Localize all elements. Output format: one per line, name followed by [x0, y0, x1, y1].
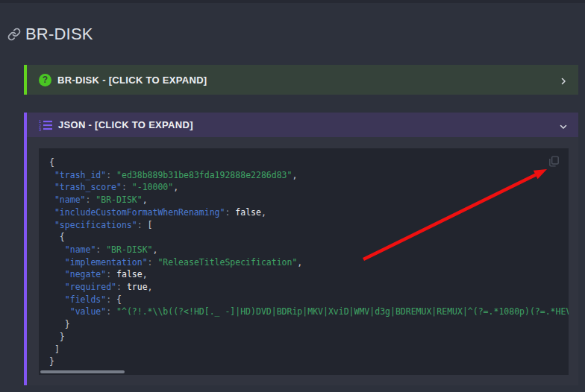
chevron-right-icon: [559, 75, 568, 84]
page-top-edge: [0, 0, 585, 3]
link-icon[interactable]: [7, 28, 21, 41]
chevron-down-icon: [559, 121, 568, 130]
question-admonition-header[interactable]: ? BR-DISK - [CLICK TO EXPAND]: [27, 65, 578, 95]
question-admonition-title: BR-DISK - [CLICK TO EXPAND]: [57, 75, 207, 86]
numbered-list-icon: 1 2 3: [39, 119, 52, 131]
question-mark-circle-icon: ?: [39, 74, 51, 86]
json-admonition: 1 2 3 JSON - [CLICK TO EXPAND] { "trash_…: [24, 113, 578, 385]
json-admonition-body: { "trash_id": "ed38b889b31be83fda192888e…: [27, 137, 578, 385]
copy-icon[interactable]: [548, 155, 560, 168]
json-code: { "trash_id": "ed38b889b31be83fda192888e…: [49, 157, 560, 368]
json-admonition-header[interactable]: 1 2 3 JSON - [CLICK TO EXPAND]: [27, 113, 578, 137]
page-heading-row: BR-DISK: [7, 23, 585, 45]
json-admonition-title: JSON - [CLICK TO EXPAND]: [58, 119, 193, 130]
svg-text:3: 3: [39, 127, 41, 131]
horizontal-scrollbar-thumb[interactable]: [40, 370, 125, 373]
question-admonition: ? BR-DISK - [CLICK TO EXPAND]: [24, 65, 578, 95]
json-code-block: { "trash_id": "ed38b889b31be83fda192888e…: [39, 148, 569, 375]
page-title: BR-DISK: [25, 25, 93, 44]
